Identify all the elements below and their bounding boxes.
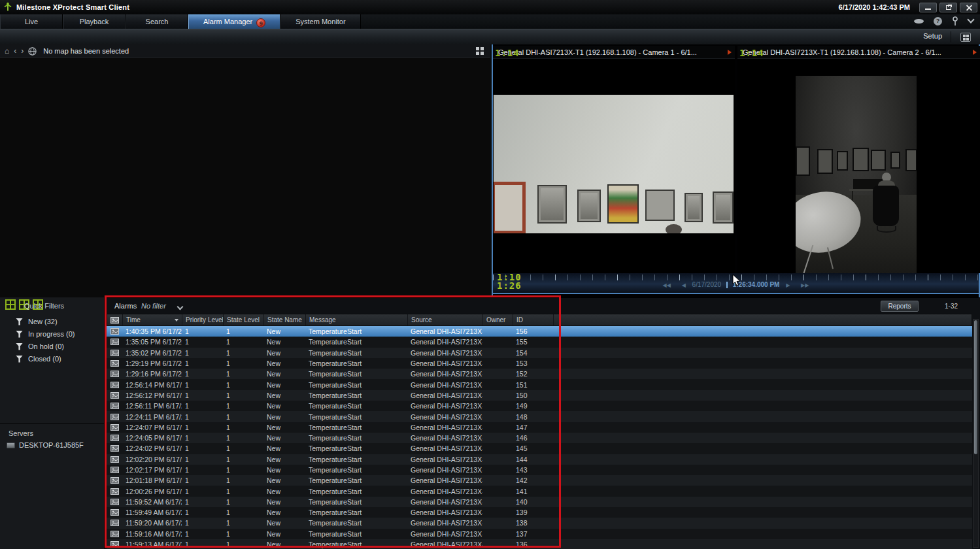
alarm-row-filler xyxy=(553,348,972,358)
picture-frame xyxy=(645,190,675,221)
key-icon[interactable] xyxy=(952,16,958,26)
video-artifact-clock: 1:10 1:26 xyxy=(497,273,522,290)
reports-button[interactable]: Reports xyxy=(881,301,919,312)
camera-2-title: General DHI-ASI7213X-T1 (192.168.1.108) … xyxy=(743,48,941,56)
alarm-row-filler xyxy=(553,390,972,401)
alarm-row-filler xyxy=(553,475,972,486)
map-layout-icon[interactable] xyxy=(476,47,484,55)
tab-system-monitor[interactable]: System Monitor xyxy=(280,14,360,29)
alarm-row-filler xyxy=(553,369,972,379)
app-title: Milestone XProtect Smart Client xyxy=(16,3,129,11)
layout-toggle-icon[interactable] xyxy=(960,33,971,42)
forward-icon[interactable]: › xyxy=(21,47,24,55)
skip-back-icon[interactable]: ◀◀ xyxy=(663,282,671,288)
map-panel: ⌂ ‹ › No map has been selected xyxy=(0,44,490,297)
video-artifact-overlay: 1:14 xyxy=(495,46,520,59)
filter-on-hold[interactable]: On hold (0) xyxy=(16,341,64,352)
funnel-icon xyxy=(16,356,23,363)
alarm-row-filler xyxy=(553,454,972,465)
camera-tile-2[interactable]: General DHI-ASI7213X-T1 (192.168.1.108) … xyxy=(737,46,980,273)
status-cloud-icon[interactable] xyxy=(914,19,924,24)
alarm-row-filler xyxy=(553,507,972,518)
header-utility-icons: ? xyxy=(914,16,973,25)
chair-base xyxy=(877,226,896,233)
skip-forward-icon[interactable]: ▶▶ xyxy=(801,282,809,288)
camera-2-video[interactable] xyxy=(737,59,980,273)
setup-button[interactable]: Setup xyxy=(923,32,942,40)
home-icon[interactable]: ⌂ xyxy=(5,47,9,55)
alarm-sidebar: Quick Filters New (32) In progress (0) O… xyxy=(0,297,105,549)
picture-frame xyxy=(494,182,526,233)
toolbar-divider xyxy=(951,31,951,42)
camera-1-video[interactable] xyxy=(493,59,735,273)
picture-frame xyxy=(837,151,848,171)
tab-search[interactable]: Search xyxy=(126,14,188,29)
milestone-logo-icon xyxy=(3,2,12,12)
alarm-row-filler xyxy=(553,411,972,422)
camera-1-header: General DHI-ASI7213X-T1 (192.168.1.108) … xyxy=(493,46,735,59)
alarm-row-filler xyxy=(553,465,972,475)
map-toolbar: ⌂ ‹ › No map has been selected xyxy=(0,44,490,58)
picture-frame xyxy=(871,150,886,171)
timeline-date: 6/17/2020 xyxy=(692,281,722,288)
servers-section: Servers DESKTOP-61J585F xyxy=(0,424,104,424)
system-clock: 6/17/2020 1:42:43 PM xyxy=(839,3,910,11)
alarm-row-filler xyxy=(553,518,972,528)
office-chair xyxy=(873,186,899,226)
filter-in-progress[interactable]: In progress (0) xyxy=(16,329,75,339)
picture-frame xyxy=(577,190,601,222)
filter-closed[interactable]: Closed (0) xyxy=(16,354,61,364)
restore-button[interactable] xyxy=(939,3,957,12)
back-icon[interactable]: ‹ xyxy=(14,47,16,55)
alarm-row-filler xyxy=(553,401,972,411)
workspace-toolbar: Setup xyxy=(0,29,980,44)
quick-filters-title: Quick Filters xyxy=(24,302,64,310)
camera-1-title: General DHI-ASI7213X-T1 (192.168.1.108) … xyxy=(498,48,697,56)
wall-speaker xyxy=(666,224,682,233)
picture-frame xyxy=(853,148,869,171)
alarm-row-filler xyxy=(553,326,972,337)
servers-title: Servers xyxy=(8,429,33,437)
picture-frame xyxy=(817,149,833,174)
server-item[interactable]: DESKTOP-61J585F xyxy=(7,441,84,449)
camera-1-frame xyxy=(494,95,734,233)
tab-playback[interactable]: Playback xyxy=(63,14,126,29)
alarm-row-filler xyxy=(553,529,972,539)
title-bar: Milestone XProtect Smart Client 6/17/202… xyxy=(0,0,980,14)
alarm-row-filler xyxy=(553,443,972,454)
chevron-down-icon[interactable] xyxy=(967,16,974,23)
smart-client-window: Milestone XProtect Smart Client 6/17/202… xyxy=(0,0,980,549)
tab-alarm-manager[interactable]: Alarm Manager9 xyxy=(188,14,280,29)
step-forward-icon[interactable]: ▶ xyxy=(786,282,790,288)
live-indicator-icon xyxy=(973,50,977,55)
funnel-icon xyxy=(16,318,23,325)
help-icon[interactable]: ? xyxy=(934,17,942,25)
camera-tile-1[interactable]: General DHI-ASI7213X-T1 (192.168.1.108) … xyxy=(493,46,735,273)
funnel-icon xyxy=(16,331,23,338)
alarm-row-filler xyxy=(553,486,972,496)
picture-frame xyxy=(796,146,810,176)
alarm-row-filler xyxy=(553,337,972,347)
live-indicator-icon xyxy=(728,50,732,55)
camera-2-frame xyxy=(796,76,917,273)
column-filler xyxy=(554,314,972,325)
minimize-button[interactable] xyxy=(919,3,937,12)
picture-frame xyxy=(890,152,900,169)
step-back-icon[interactable]: ◀ xyxy=(682,282,686,288)
scrollbar-thumb[interactable] xyxy=(974,320,977,454)
close-button[interactable] xyxy=(960,3,977,12)
map-status-message: No map has been selected xyxy=(43,47,129,55)
alarm-row-filler xyxy=(553,497,972,507)
globe-icon[interactable] xyxy=(28,47,37,56)
camera-2-header: General DHI-ASI7213X-T1 (192.168.1.108) … xyxy=(737,46,980,59)
filter-new[interactable]: New (32) xyxy=(16,316,58,327)
alarm-table-scrollbar[interactable] xyxy=(973,319,979,548)
picture-frame xyxy=(537,185,567,224)
mouse-cursor xyxy=(732,274,741,287)
funnel-icon xyxy=(16,343,23,350)
tab-live[interactable]: Live xyxy=(0,14,63,29)
timeline-cursor[interactable] xyxy=(726,282,728,288)
alarm-row-filler xyxy=(553,539,972,549)
picture-frame xyxy=(684,193,703,222)
annotation-rectangle xyxy=(105,295,561,548)
